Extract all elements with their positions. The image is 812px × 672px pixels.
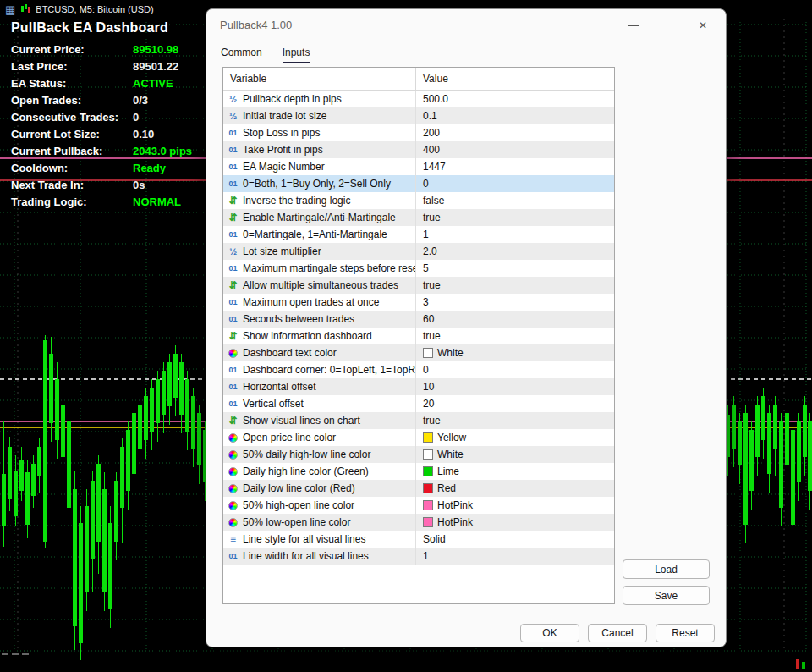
param-row[interactable]: Daily low line color (Red)Red — [223, 480, 614, 497]
param-value-cell[interactable]: 2.0 — [415, 243, 614, 260]
dashboard-label: Consecutive Trades: — [11, 111, 133, 128]
param-row[interactable]: 01Vertical offset20 — [223, 395, 614, 412]
param-name: Stop Loss in pips — [243, 127, 320, 139]
param-row[interactable]: 01Maximum open trades at once3 — [223, 294, 614, 311]
dashboard-label: Cooldown: — [11, 162, 133, 179]
param-value-cell[interactable]: Lime — [415, 463, 614, 480]
param-row[interactable]: 50% daily high-low line colorWhite — [223, 446, 614, 463]
param-row[interactable]: ⇵Show visual lines on charttrue — [223, 412, 614, 429]
param-value: 0.1 — [423, 110, 437, 122]
param-row[interactable]: 01Seconds between trades60 — [223, 311, 614, 328]
integer-type-icon: 01 — [227, 383, 239, 391]
param-value-cell[interactable]: 0 — [415, 361, 614, 378]
param-value-cell[interactable]: 1 — [415, 548, 614, 565]
param-value: Yellow — [437, 432, 466, 443]
param-row[interactable]: 01Horizontal offset10 — [223, 378, 614, 395]
param-value-cell[interactable]: true — [415, 277, 614, 294]
param-value-cell[interactable]: Solid — [415, 531, 614, 548]
param-row[interactable]: 01Take Profit in pips400 — [223, 141, 614, 158]
param-value-cell[interactable]: true — [415, 328, 614, 344]
param-row[interactable]: Daily high line color (Green)Lime — [223, 463, 614, 480]
param-row[interactable]: Open price line colorYellow — [223, 429, 614, 446]
color-wheel-icon — [228, 501, 238, 510]
param-name-cell: 01Stop Loss in pips — [223, 124, 415, 141]
line-style-icon: ≡ — [227, 533, 239, 545]
param-value-cell[interactable]: Yellow — [415, 429, 614, 446]
param-row[interactable]: 50% high-open line colorHotPink — [223, 497, 614, 514]
param-name-cell: Dashboard text color — [223, 344, 415, 361]
param-row[interactable]: ⇵Show information dashboardtrue — [223, 328, 614, 344]
param-value-cell[interactable]: true — [415, 209, 614, 226]
param-row[interactable]: 01Maximum martingale steps before reset5 — [223, 260, 614, 277]
param-row[interactable]: 01Stop Loss in pips200 — [223, 124, 614, 141]
param-value-cell[interactable]: HotPink — [415, 497, 614, 514]
param-value-cell[interactable]: false — [415, 192, 614, 209]
dashboard-label: Trading Logic: — [11, 196, 133, 212]
dashboard-value: NORMAL — [133, 196, 181, 212]
param-row[interactable]: ½Lot size multiplier2.0 — [223, 243, 614, 260]
param-value-cell[interactable]: 3 — [415, 294, 614, 311]
param-row[interactable]: ⇵Allow multiple simultaneous tradestrue — [223, 277, 614, 294]
param-row[interactable]: 50% low-open line colorHotPink — [223, 514, 614, 531]
column-header-variable[interactable]: Variable — [223, 68, 415, 90]
param-value-cell[interactable]: 60 — [415, 311, 614, 328]
param-row[interactable]: 01EA Magic Number1447 — [223, 158, 614, 175]
param-name-cell: Daily low line color (Red) — [223, 480, 415, 497]
table-body: ½Pullback depth in pips500.0½Initial tra… — [223, 91, 614, 565]
param-value-cell[interactable]: Red — [415, 480, 614, 497]
param-name-cell: Open price line color — [223, 429, 415, 446]
param-value-cell[interactable]: White — [415, 446, 614, 463]
param-name: Initial trade lot size — [243, 110, 326, 122]
param-row[interactable]: ⇵Inverse the trading logicfalse — [223, 192, 614, 209]
param-row[interactable]: ≡Line style for all visual linesSolid — [223, 531, 614, 548]
param-value: Red — [437, 482, 456, 494]
ok-button[interactable]: OK — [520, 624, 579, 642]
param-value-cell[interactable]: 10 — [415, 378, 614, 395]
cancel-button[interactable]: Cancel — [588, 624, 647, 642]
param-name: Open price line color — [243, 432, 336, 443]
param-name: Show visual lines on chart — [243, 415, 360, 427]
color-wheel-icon — [228, 450, 238, 460]
param-value-cell[interactable]: 0 — [415, 175, 614, 192]
integer-type-icon: 01 — [227, 264, 239, 273]
integer-type-icon: 01 — [227, 179, 239, 188]
param-value-cell[interactable]: 0.1 — [415, 107, 614, 124]
param-value: White — [437, 449, 464, 460]
param-row[interactable]: ⇵Enable Martingale/Anti-Martingaletrue — [223, 209, 614, 226]
dashboard-value: 89510.98 — [133, 43, 178, 60]
close-icon[interactable]: ✕ — [694, 17, 712, 34]
tab-common[interactable]: Common — [221, 47, 262, 63]
integer-type-icon: 01 — [227, 399, 239, 408]
param-value: Solid — [423, 533, 446, 545]
color-swatch — [423, 348, 433, 358]
param-value-cell[interactable]: White — [415, 344, 614, 361]
param-value-cell[interactable]: 1447 — [415, 158, 614, 175]
param-name-cell: ⇵Allow multiple simultaneous trades — [223, 277, 415, 294]
param-name-cell: ⇵Inverse the trading logic — [223, 192, 415, 209]
param-value-cell[interactable]: true — [415, 412, 614, 429]
reset-button[interactable]: Reset — [656, 624, 715, 642]
param-row[interactable]: 01Line width for all visual lines1 — [223, 548, 614, 565]
column-header-value[interactable]: Value — [415, 68, 614, 90]
param-value-cell[interactable]: 500.0 — [415, 91, 614, 107]
market-watch-icon[interactable]: ▦ — [5, 4, 15, 15]
save-button[interactable]: Save — [623, 586, 710, 605]
param-value-cell[interactable]: HotPink — [415, 514, 614, 531]
param-value-cell[interactable]: 20 — [415, 395, 614, 412]
param-row[interactable]: ½Initial trade lot size0.1 — [223, 107, 614, 124]
dashboard-value: 0.10 — [133, 128, 154, 145]
param-value-cell[interactable]: 400 — [415, 141, 614, 158]
param-value-cell[interactable]: 200 — [415, 124, 614, 141]
tab-inputs[interactable]: Inputs — [283, 47, 310, 63]
minimize-button[interactable]: — — [624, 17, 643, 34]
param-row[interactable]: 010=Both, 1=Buy Only, 2=Sell Only0 — [223, 175, 614, 192]
param-value-cell[interactable]: 5 — [415, 260, 614, 277]
param-row[interactable]: Dashboard text colorWhite — [223, 344, 614, 361]
param-name-cell: ⇵Enable Martingale/Anti-Martingale — [223, 209, 415, 226]
load-button[interactable]: Load — [623, 559, 710, 579]
param-value-cell[interactable]: 1 — [415, 226, 614, 243]
dashboard-rows: Current Price:89510.98Last Price:89501.2… — [11, 43, 192, 212]
param-row[interactable]: ½Pullback depth in pips500.0 — [223, 91, 614, 107]
param-row[interactable]: 01Dashboard corner: 0=TopLeft, 1=TopRi..… — [223, 361, 614, 378]
param-row[interactable]: 010=Martingale, 1=Anti-Martingale1 — [223, 226, 614, 243]
